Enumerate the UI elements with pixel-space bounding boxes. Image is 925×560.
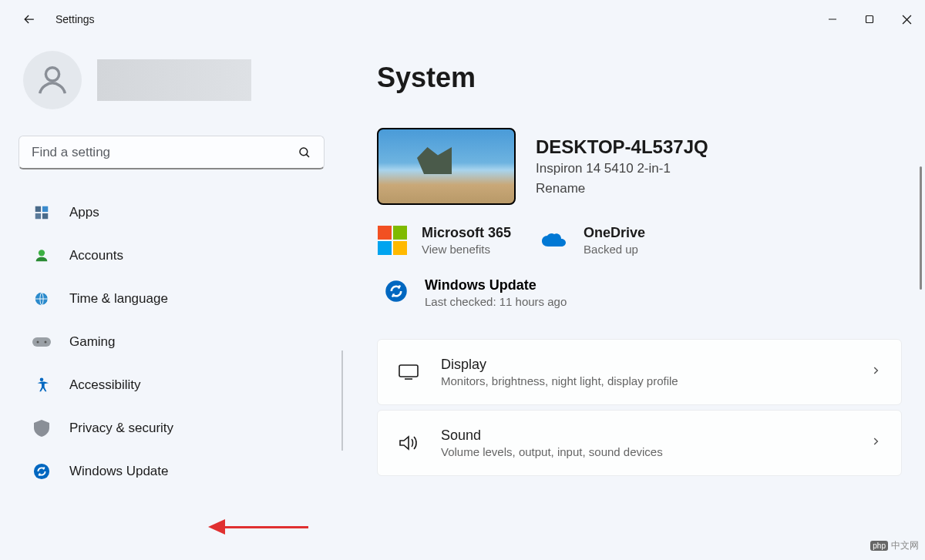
sidebar-item-label: Windows Update [69, 464, 169, 479]
svg-rect-1 [866, 16, 873, 23]
titlebar: Settings [0, 0, 925, 39]
close-button[interactable] [888, 4, 925, 35]
setting-sub: Monitors, brightness, night light, displ… [441, 374, 849, 387]
setting-sub: Volume levels, output, input, sound devi… [441, 445, 849, 458]
sidebar-item-windows-update[interactable]: Windows Update [18, 454, 325, 488]
windows-update-status[interactable]: Windows Update Last checked: 11 hours ag… [377, 277, 902, 308]
status-title: Windows Update [425, 277, 567, 293]
privacy-security-icon [32, 419, 51, 438]
svg-point-16 [40, 377, 44, 381]
status-sub: View benefits [422, 243, 511, 256]
rename-link[interactable]: Rename [536, 181, 708, 196]
sidebar-item-gaming[interactable]: Gaming [18, 325, 325, 359]
display-icon [398, 361, 419, 383]
watermark: php中文网 [870, 539, 919, 552]
device-info-row: DESKTOP-4L537JQ Inspiron 14 5410 2-in-1 … [377, 128, 902, 205]
svg-rect-19 [399, 365, 418, 377]
gaming-icon [32, 333, 51, 351]
minimize-button[interactable] [814, 4, 851, 35]
back-button[interactable] [14, 4, 45, 35]
sound-icon [398, 432, 419, 454]
svg-point-11 [39, 250, 45, 256]
apps-icon [32, 203, 51, 222]
svg-point-15 [45, 341, 47, 344]
status-title: OneDrive [584, 225, 645, 241]
setting-display[interactable]: Display Monitors, brightness, night ligh… [377, 339, 902, 405]
microsoft-logo-icon [377, 225, 408, 256]
svg-point-18 [385, 280, 407, 302]
sidebar-item-accessibility[interactable]: Accessibility [18, 368, 325, 402]
sidebar-item-time-language[interactable]: Time & language [18, 282, 325, 316]
sidebar-item-privacy-security[interactable]: Privacy & security [18, 411, 325, 445]
accessibility-icon [32, 376, 51, 394]
svg-line-6 [306, 154, 309, 157]
svg-rect-9 [35, 213, 41, 219]
svg-rect-13 [32, 337, 51, 347]
onedrive-status[interactable]: OneDrive Backed up [539, 225, 645, 256]
sidebar-item-label: Gaming [69, 334, 116, 350]
profile-section[interactable] [18, 51, 325, 109]
sidebar-item-label: Privacy & security [69, 421, 173, 436]
update-icon [385, 280, 408, 306]
svg-rect-7 [35, 206, 41, 212]
content-area: System DESKTOP-4L537JQ Inspiron 14 5410 … [343, 39, 925, 560]
setting-sound[interactable]: Sound Volume levels, output, input, soun… [377, 410, 902, 476]
svg-point-17 [34, 464, 49, 479]
nav-list: Apps Accounts Time & language Gaming Acc… [18, 196, 325, 488]
sidebar-item-label: Apps [69, 205, 99, 220]
setting-title: Sound [441, 428, 849, 444]
svg-point-5 [300, 148, 308, 156]
chevron-right-icon [870, 365, 881, 379]
microsoft-365-status[interactable]: Microsoft 365 View benefits [377, 225, 511, 256]
search-input[interactable] [32, 145, 298, 160]
accounts-icon [32, 246, 51, 265]
onedrive-icon [539, 225, 570, 256]
status-title: Microsoft 365 [422, 225, 511, 241]
device-model: Inspiron 14 5410 2-in-1 [536, 161, 708, 176]
page-title: System [377, 62, 902, 94]
search-icon [298, 146, 311, 159]
search-box[interactable] [18, 136, 325, 169]
status-sub: Last checked: 11 hours ago [425, 295, 567, 308]
window-controls [814, 4, 925, 35]
time-language-icon [32, 290, 51, 308]
setting-title: Display [441, 357, 849, 373]
status-sub: Backed up [584, 243, 645, 256]
sidebar-item-label: Accessibility [69, 377, 141, 393]
sidebar-item-accounts[interactable]: Accounts [18, 239, 325, 273]
svg-point-4 [45, 68, 59, 81]
scrollbar[interactable] [920, 166, 922, 290]
chevron-right-icon [870, 436, 881, 450]
sidebar-item-label: Time & language [69, 291, 168, 307]
device-wallpaper-thumb[interactable] [377, 128, 516, 205]
maximize-button[interactable] [851, 4, 888, 35]
sidebar-item-apps[interactable]: Apps [18, 196, 325, 230]
avatar [23, 51, 82, 109]
sidebar-item-label: Accounts [69, 248, 123, 263]
windows-update-icon [32, 462, 51, 481]
sidebar: Apps Accounts Time & language Gaming Acc… [0, 39, 343, 560]
status-row: Microsoft 365 View benefits OneDrive Bac… [377, 225, 902, 256]
window-title: Settings [56, 13, 95, 25]
svg-rect-10 [42, 213, 48, 219]
svg-point-14 [37, 341, 39, 344]
device-name: DESKTOP-4L537JQ [536, 136, 708, 158]
username-placeholder [97, 59, 251, 101]
svg-rect-8 [42, 206, 48, 212]
